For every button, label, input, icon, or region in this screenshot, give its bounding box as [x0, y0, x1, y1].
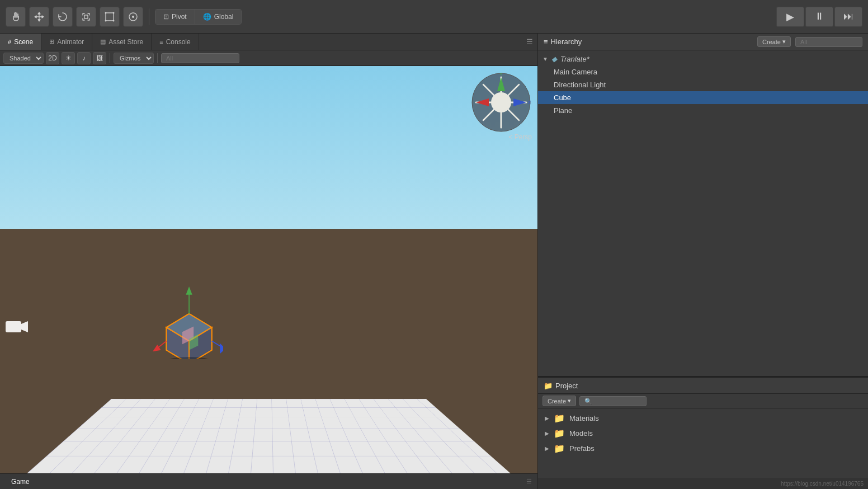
hierarchy-panel: ≡ Hierarchy Create ▾ ▼ ◆ Tranlate*	[538, 34, 868, 377]
scene-search-input[interactable]	[161, 53, 239, 63]
sky-background	[0, 66, 537, 229]
plane-label: Plane	[554, 106, 572, 115]
audio-toggle-button[interactable]: ♪	[77, 52, 91, 64]
models-label: Models	[569, 429, 593, 438]
project-title-text: Project	[555, 382, 578, 390]
svg-rect-1	[106, 13, 114, 21]
camera-scene-icon	[6, 318, 28, 339]
scene-toolbar-sep-2	[157, 53, 158, 63]
tab-animator[interactable]: ⊞ Animator	[41, 34, 92, 50]
svg-point-18	[167, 357, 212, 359]
rotate-tool-button[interactable]	[53, 7, 73, 27]
materials-folder-icon: 📁	[554, 413, 565, 424]
step-icon: ⏭	[843, 11, 853, 22]
lighting-toggle-button[interactable]: ☀	[62, 52, 75, 64]
rect-tool-button[interactable]	[100, 7, 120, 27]
play-controls: ▶ ⏸ ⏭	[776, 7, 862, 27]
animator-tab-label: Animator	[57, 38, 84, 46]
hierarchy-header: ≡ Hierarchy Create ▾	[538, 34, 868, 50]
console-tab-label: Console	[166, 38, 191, 46]
models-folder-icon: 📁	[554, 428, 565, 439]
svg-marker-9	[21, 321, 28, 332]
image-effects-button[interactable]: 🖼	[93, 52, 106, 64]
asset-store-tab-label: Asset Store	[108, 38, 143, 46]
project-item-prefabs[interactable]: ▶ 📁 Prefabs	[538, 441, 868, 456]
hierarchy-root-item[interactable]: ▼ ◆ Tranlate*	[538, 53, 868, 65]
svg-point-2	[105, 12, 107, 13]
hierarchy-create-label: Create	[762, 39, 781, 45]
hierarchy-item-directional-light[interactable]: Directional Light	[538, 78, 868, 91]
pivot-button[interactable]: ⊡ Pivot	[155, 10, 195, 24]
hierarchy-controls: Create ▾	[757, 36, 862, 47]
project-item-materials[interactable]: ▶ 📁 Materials	[538, 411, 868, 426]
root-unity-icon: ◆	[551, 55, 557, 63]
tab-menu-icon[interactable]: ☰	[526, 37, 533, 46]
prefabs-folder-icon: 📁	[554, 443, 565, 454]
svg-marker-22	[153, 345, 161, 351]
svg-point-5	[113, 20, 115, 21]
scene-toolbar-sep	[110, 53, 110, 63]
project-content: ▶ 📁 Materials ▶ 📁 Models ▶ 📁 Prefabs	[538, 408, 868, 478]
models-arrow-icon: ▶	[545, 430, 549, 436]
move-tool-button[interactable]	[29, 7, 49, 27]
gizmos-select[interactable]: Gizmos	[114, 53, 154, 64]
svg-rect-0	[84, 15, 88, 18]
cube-label: Cube	[554, 93, 571, 102]
svg-point-3	[113, 12, 115, 13]
prefabs-arrow-icon: ▶	[545, 445, 549, 452]
global-icon: 🌐	[203, 13, 211, 21]
pause-button[interactable]: ⏸	[805, 7, 833, 27]
project-header: 📁 Project	[538, 377, 868, 394]
pivot-global-group: ⊡ Pivot 🌐 Global	[155, 9, 242, 25]
project-item-models[interactable]: ▶ 📁 Models	[538, 426, 868, 441]
project-panel: 📁 Project Create ▾ ▶ 📁 Materials ▶	[538, 377, 868, 489]
perspective-gizmo[interactable]: Y Z	[470, 72, 532, 133]
2d-toggle-button[interactable]: 2D	[46, 52, 59, 64]
svg-point-4	[105, 20, 107, 21]
project-create-button[interactable]: Create ▾	[542, 396, 576, 406]
grid-overlay	[27, 399, 511, 473]
cube-object	[150, 286, 223, 359]
console-tab-icon: ≡	[159, 39, 163, 45]
hand-tool-button[interactable]	[6, 7, 26, 27]
hierarchy-item-cube[interactable]: Cube	[538, 91, 868, 104]
scene-viewport[interactable]: Y Z < Persp	[0, 66, 537, 473]
global-label: Global	[214, 13, 234, 21]
shading-mode-select[interactable]: Shaded	[3, 53, 44, 64]
hierarchy-title: ≡ Hierarchy	[544, 37, 582, 46]
hierarchy-title-text: Hierarchy	[551, 37, 582, 46]
hierarchy-content: ▼ ◆ Tranlate* Main Camera Directional Li…	[538, 50, 868, 376]
hierarchy-item-plane[interactable]: Plane	[538, 104, 868, 117]
pivot-label: Pivot	[172, 13, 187, 21]
project-search-input[interactable]	[579, 396, 647, 406]
hierarchy-item-main-camera[interactable]: Main Camera	[538, 65, 868, 78]
bottom-game-tab-bar: Game ☰	[0, 473, 537, 489]
svg-text:Y: Y	[499, 72, 503, 77]
tab-asset-store[interactable]: ▤ Asset Store	[92, 34, 152, 50]
hierarchy-search-input[interactable]	[795, 37, 862, 47]
toolbar-separator-1	[149, 8, 149, 25]
top-toolbar: ⊡ Pivot 🌐 Global ▶ ⏸ ⏭	[0, 0, 868, 34]
project-create-label: Create	[548, 398, 566, 405]
global-button[interactable]: 🌐 Global	[195, 10, 242, 24]
directional-light-label: Directional Light	[554, 81, 606, 89]
scene-tab-label: Scene	[14, 38, 33, 46]
2d-label: 2D	[48, 54, 56, 62]
tab-scene[interactable]: # Scene	[0, 34, 41, 50]
hierarchy-create-button[interactable]: Create ▾	[757, 36, 791, 47]
scale-tool-button[interactable]	[76, 7, 96, 27]
play-button[interactable]: ▶	[776, 7, 804, 27]
tab-console[interactable]: ≡ Console	[152, 34, 199, 50]
transform-tool-button[interactable]	[123, 7, 143, 27]
scene-tab-icon: #	[8, 39, 11, 45]
play-icon: ▶	[786, 11, 794, 23]
tab-end-controls: ☰	[522, 34, 537, 50]
left-panel: # Scene ⊞ Animator ▤ Asset Store ≡ Conso…	[0, 34, 538, 489]
bottom-url-bar: https://blog.csdn.net/u014196765	[538, 478, 868, 489]
viewport-canvas: Y Z < Persp	[0, 66, 537, 473]
scene-tab-bar: # Scene ⊞ Animator ▤ Asset Store ≡ Conso…	[0, 34, 537, 50]
perspective-label[interactable]: < Persp	[508, 133, 532, 141]
step-button[interactable]: ⏭	[834, 7, 862, 27]
pause-icon: ⏸	[814, 11, 824, 22]
game-tab[interactable]: Game	[6, 476, 35, 488]
